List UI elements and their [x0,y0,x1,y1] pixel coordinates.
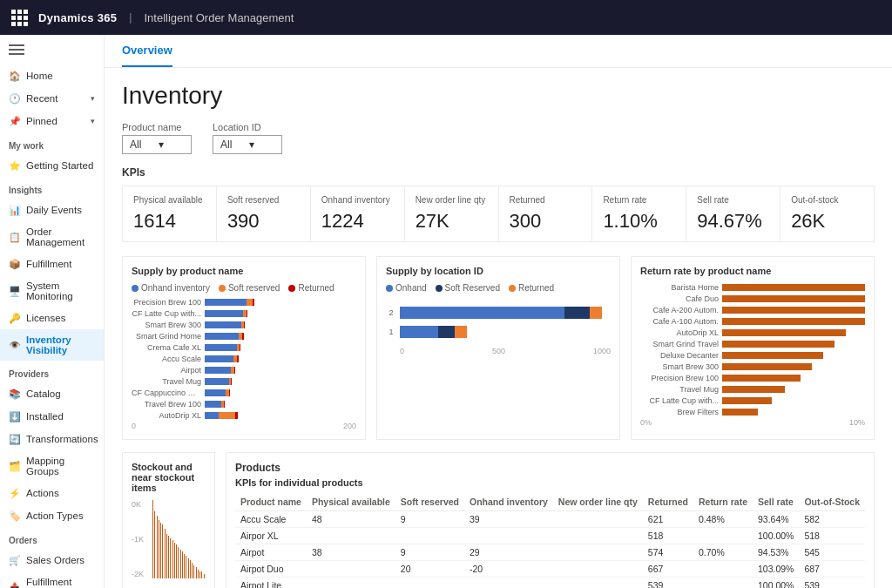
bar-segments [205,321,356,328]
sidebar-item-pinned[interactable]: 📌 Pinned ▾ [0,110,104,132]
kpi-card: Physical available1614 [123,186,216,241]
sidebar-item-mapping-groups[interactable]: 🗂️ Mapping Groups [0,450,104,482]
location-id-select[interactable]: All ▾ [213,135,282,154]
orders-section-label: Orders [0,527,104,549]
products-table-wrap[interactable]: Product namePhysical availableSoft reser… [235,493,865,588]
table-column-header: Sell rate [753,493,799,511]
legend-soft-loc: Soft Reserved [436,283,500,293]
hamburger-button[interactable] [0,35,104,64]
onhand-label: Onhand inventory [141,283,210,293]
sidebar-item-fulfillment[interactable]: 📦 Fulfillment [0,253,104,275]
table-cell: Airpot Duo [235,561,307,578]
return-bar-fill [722,295,865,302]
bar-label: Smart Brew 300 [132,321,201,329]
sidebar-item-licenses[interactable]: 🔑 Licenses [0,307,104,329]
sidebar-item-catalog[interactable]: 📚 Catalog [0,382,104,405]
table-cell [307,561,395,578]
sidebar-item-sales-orders[interactable]: 🛒 Sales Orders [0,549,104,571]
providers-section-label: Providers [0,361,104,382]
sidebar-system-monitoring-label: System Monitoring [26,280,95,301]
topbar-logo: Dynamics 365 [38,11,117,24]
sidebar-item-home[interactable]: 🏠 Home [0,64,104,87]
bar-label: CF Latte Cup with... [132,309,201,318]
table-row: Airpot Lite539100.00%539 [235,578,865,589]
sidebar-fulfillment-label: Fulfillment [26,259,71,269]
tab-overview[interactable]: Overview [122,35,172,67]
action-types-icon: 🏷️ [9,510,21,522]
table-cell: 103.09% [753,561,799,578]
stockout-title: Stockout and near stockout items [132,462,206,493]
return-label: Precision Brew 100 [640,374,719,382]
table-cell: 9 [395,511,464,528]
product-name-value: All [130,139,155,151]
table-cell: 574 [643,544,693,561]
inventory-visibility-icon: 👁️ [9,339,21,351]
bottom-row: Stockout and near stockout items 0K -1K … [122,452,875,588]
kpi-value: 27K [416,210,488,233]
bar-label: Accu Scale [132,355,201,363]
return-rate-chart: Return rate by product name Barista Home… [631,256,875,440]
grid-icon[interactable] [9,7,30,28]
product-name-select[interactable]: All ▾ [122,135,192,154]
loc-bar-segments [400,326,611,338]
sidebar-item-fulfillment-orders[interactable]: 📤 Fulfillment Orders [0,571,104,588]
sidebar-mapping-groups-label: Mapping Groups [26,456,95,476]
mapping-groups-icon: 🗂️ [9,460,21,472]
table-cell [553,544,643,561]
sidebar-item-system-monitoring[interactable]: 🖥️ System Monitoring [0,275,104,307]
page-title: Inventory [122,82,875,110]
table-cell: 0.70% [693,544,753,561]
bar-segments [205,344,356,351]
return-bar-fill [722,386,785,393]
getting-started-icon: ⭐ [9,159,21,172]
sidebar-item-daily-events[interactable]: 📊 Daily Events [0,199,104,221]
sidebar-inventory-visibility-label: Inventory Visibility [26,335,95,355]
sidebar-item-action-types[interactable]: 🏷️ Action Types [0,504,104,527]
bar-row: Airpot [132,366,356,375]
kpi-name: Onhand inventory [321,195,394,205]
location-id-label: Location ID [213,122,282,132]
sidebar-item-actions[interactable]: ⚡ Actions [0,482,104,504]
kpi-card: Returned300 [499,186,592,241]
onhand-bar [205,412,219,419]
return-rate-title: Return rate by product name [640,266,865,276]
return-label: Cafe A-100 Autom. [640,317,719,326]
supply-product-axis: 0 200 [132,422,356,430]
table-cell [307,578,395,589]
onhand-dot [132,285,139,292]
return-row: CF Latte Cup with... [640,396,865,405]
table-cell: 667 [643,561,693,578]
onhand-loc-label: Onhand [395,283,427,293]
table-cell [693,561,753,578]
onhand-bar [205,310,243,317]
sidebar-item-recent[interactable]: 🕐 Recent ▾ [0,87,104,110]
return-label: CF Latte Cup with... [640,396,719,405]
onhand-bar [205,333,239,340]
product-name-filter: Product name All ▾ [122,122,192,154]
onhand-bar [205,299,247,306]
kpi-value: 1.10% [603,210,675,233]
sidebar-item-order-management[interactable]: 📋 Order Management [0,221,104,253]
returned-bar [240,344,240,351]
table-cell: 687 [799,561,865,578]
table-cell: Airpor XL [235,528,307,544]
return-rate-axis: 0% 10% [640,418,865,427]
bar-segments [205,389,356,396]
sidebar-item-transformations[interactable]: 🔄 Transformations [0,428,104,450]
legend-onhand: Onhand inventory [132,283,210,293]
sidebar-item-getting-started[interactable]: ⭐ Getting Started [0,154,104,177]
returned-bar [235,412,238,419]
bar-row: Accu Scale [132,355,356,363]
loc-label: 2 [386,308,396,317]
bar-label: Precision Brew 100 [132,298,201,307]
sidebar-installed-label: Installed [26,411,64,422]
sidebar-sales-orders-label: Sales Orders [26,555,84,565]
sidebar-item-inventory-visibility[interactable]: 👁️ Inventory Visibility [0,329,104,361]
location-bar-row: 1 [386,326,611,338]
return-label: Smart Grind Travel [640,340,719,348]
onhand-bar [205,355,233,362]
supply-product-legend: Onhand inventory Soft reserved Returned [132,283,356,293]
supply-by-product-chart: Supply by product name Onhand inventory … [122,256,366,440]
table-cell [553,578,643,589]
sidebar-item-installed[interactable]: ⬇️ Installed [0,405,104,428]
